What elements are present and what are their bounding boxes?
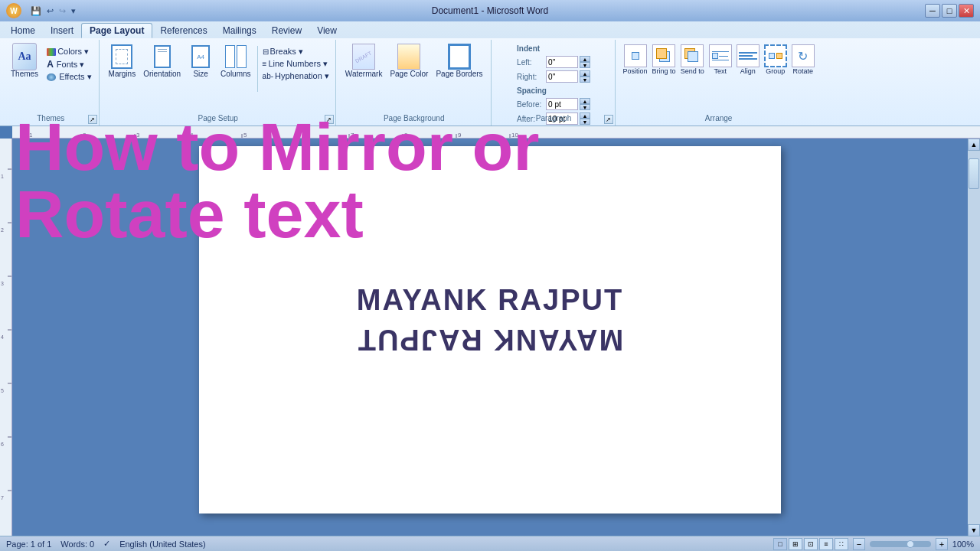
full-screen-btn[interactable]: ⊞ xyxy=(789,538,802,550)
draft-view-btn[interactable]: ∷ xyxy=(835,538,848,550)
size-button[interactable]: A4 Size xyxy=(185,43,216,80)
watermark-button[interactable]: DRAFT Watermark xyxy=(342,43,386,80)
tab-insert[interactable]: Insert xyxy=(43,23,81,38)
themes-button[interactable]: Aa Themes xyxy=(8,43,41,80)
redo-btn[interactable]: ↪ xyxy=(57,5,67,17)
tab-page-layout[interactable]: Page Layout xyxy=(81,23,152,38)
ribbon-group-page-setup: Margins Orientation A4 xyxy=(101,40,336,126)
language-indicator[interactable]: English (United States) xyxy=(119,540,206,549)
fonts-button[interactable]: A Fonts ▾ xyxy=(44,58,93,70)
tab-view[interactable]: View xyxy=(309,23,345,38)
position-button[interactable]: Position xyxy=(622,43,649,77)
vertical-ruler: 1 2 3 4 5 6 7 xyxy=(0,139,12,551)
columns-button[interactable]: Columns xyxy=(217,43,253,80)
scroll-track[interactable] xyxy=(968,151,980,524)
doc-bottom-spacer xyxy=(245,356,735,432)
effects-label: Effects ▾ xyxy=(59,72,91,82)
group-button[interactable]: Group xyxy=(763,43,789,77)
svg-text:1: 1 xyxy=(1,174,4,179)
tab-mailings[interactable]: Mailings xyxy=(215,23,264,38)
qs-dropdown[interactable]: ▾ xyxy=(70,5,77,17)
maximize-btn[interactable]: □ xyxy=(942,4,957,18)
scroll-down-btn[interactable]: ▼ xyxy=(968,524,980,536)
spacing-before-up[interactable]: ▲ xyxy=(580,98,590,104)
close-btn[interactable]: ✕ xyxy=(959,4,974,18)
align-button[interactable]: Align xyxy=(735,43,761,77)
indent-left-label: Left: xyxy=(517,58,544,67)
ribbon-group-arrange: Position Bring to Send to xyxy=(617,40,821,126)
align-label: Align xyxy=(740,67,756,75)
effects-button[interactable]: Effects ▾ xyxy=(44,71,93,83)
svg-text:7: 7 xyxy=(351,132,354,139)
page-color-button[interactable]: Page Color xyxy=(387,43,431,80)
indent-left-up[interactable]: ▲ xyxy=(580,56,590,62)
spacing-before-input[interactable] xyxy=(546,98,578,110)
ribbon-group-paragraph: Indent Left: ▲ ▼ Right: ▲ ▼ xyxy=(493,40,616,126)
position-label: Position xyxy=(623,67,648,75)
margins-icon xyxy=(109,44,134,69)
scroll-up-btn[interactable]: ▲ xyxy=(968,139,980,151)
send-to-back-label: Send to xyxy=(681,67,704,75)
horizontal-ruler: 1 2 3 4 5 6 7 8 9 10 xyxy=(12,126,980,139)
tab-review[interactable]: Review xyxy=(264,23,309,38)
svg-text:8: 8 xyxy=(404,132,408,139)
bring-to-front-button[interactable]: Bring to xyxy=(651,43,678,77)
zoom-slider[interactable] xyxy=(870,541,931,547)
paragraph-group-label: Paragraph xyxy=(493,112,615,124)
outline-view-btn[interactable]: ≡ xyxy=(819,538,833,550)
quick-access-toolbar: 💾 ↩ ↪ ▾ xyxy=(29,5,77,17)
themes-icon: Aa xyxy=(12,44,37,69)
status-left: Page: 1 of 1 Words: 0 ✓ English (United … xyxy=(6,539,206,549)
orientation-icon xyxy=(150,44,175,69)
watermark-icon: DRAFT xyxy=(351,44,376,69)
tab-references[interactable]: References xyxy=(152,23,214,38)
tab-home[interactable]: Home xyxy=(3,23,43,38)
web-layout-btn[interactable]: ⊡ xyxy=(804,538,818,550)
colors-button[interactable]: Colors ▾ xyxy=(44,46,93,57)
indent-left-down[interactable]: ▼ xyxy=(580,62,590,68)
svg-text:4: 4 xyxy=(1,334,4,340)
themes-expand-btn[interactable]: ↗ xyxy=(88,115,97,124)
indent-left-input[interactable] xyxy=(546,56,578,68)
vertical-scrollbar[interactable]: ▲ ▼ ◀ ▶ xyxy=(968,139,980,551)
spacing-header: Spacing xyxy=(517,85,547,96)
zoom-in-btn[interactable]: + xyxy=(936,538,948,550)
indent-right-input[interactable] xyxy=(546,70,578,83)
zoom-thumb[interactable] xyxy=(906,540,914,548)
page-borders-button[interactable]: Page Borders xyxy=(433,43,485,80)
svg-text:2: 2 xyxy=(1,227,4,233)
send-to-back-button[interactable]: Send to xyxy=(679,43,706,77)
title-bar-left: W 💾 ↩ ↪ ▾ xyxy=(6,3,77,18)
line-numbers-label: Line Numbers ▾ xyxy=(268,59,328,69)
undo-btn[interactable]: ↩ xyxy=(45,5,55,17)
text-wrapping-button[interactable]: Text xyxy=(707,43,733,77)
zoom-level[interactable]: 100% xyxy=(952,540,974,549)
hyphenation-button[interactable]: ab- Hyphenation ▾ xyxy=(261,70,331,82)
spell-check-icon[interactable]: ✓ xyxy=(103,539,110,549)
save-quick-btn[interactable]: 💾 xyxy=(29,5,43,17)
rotate-label: Rotate xyxy=(792,67,813,75)
words-indicator: Words: 0 xyxy=(60,540,94,549)
print-layout-btn[interactable]: □ xyxy=(773,538,787,550)
orientation-button[interactable]: Orientation xyxy=(140,43,184,80)
doc-spacer xyxy=(245,177,735,238)
page-setup-expand-btn[interactable]: ↗ xyxy=(325,115,334,124)
paragraph-expand-btn[interactable]: ↗ xyxy=(604,115,613,124)
spacing-before-down[interactable]: ▼ xyxy=(580,104,590,110)
zoom-out-btn[interactable]: − xyxy=(853,538,865,550)
scroll-thumb[interactable] xyxy=(969,158,979,189)
doc-scroll-area[interactable]: MAYANK RAJPUT MAYANK RAJPUT xyxy=(12,139,968,551)
status-bar: Page: 1 of 1 Words: 0 ✓ English (United … xyxy=(0,536,980,551)
group-label: Group xyxy=(766,67,785,75)
breaks-button[interactable]: ⊟ Breaks ▾ xyxy=(261,46,331,57)
indent-right-up[interactable]: ▲ xyxy=(580,70,590,77)
rotate-button[interactable]: ↻ Rotate xyxy=(790,43,816,77)
minimize-btn[interactable]: ─ xyxy=(925,4,940,18)
office-icon[interactable]: W xyxy=(6,3,21,18)
indent-right-down[interactable]: ▼ xyxy=(580,77,590,83)
fonts-label: Fonts ▾ xyxy=(57,60,85,70)
ribbon: Home Insert Page Layout References Maili… xyxy=(0,21,980,126)
bring-to-front-label: Bring to xyxy=(652,67,676,75)
line-numbers-button[interactable]: ≡ Line Numbers ▾ xyxy=(261,58,331,70)
margins-button[interactable]: Margins xyxy=(106,43,139,80)
